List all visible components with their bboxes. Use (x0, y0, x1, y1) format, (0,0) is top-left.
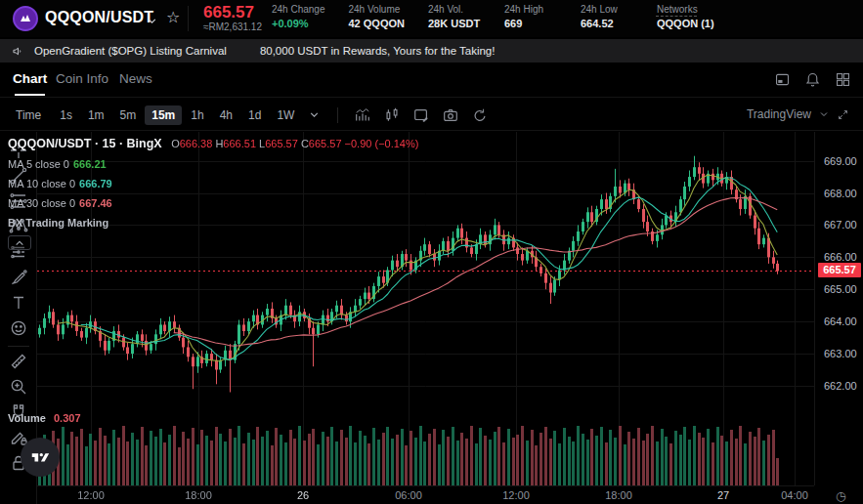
ma-row: MA 10 close 0666.79 (8, 178, 418, 189)
tab-bar: Chart Coin Info News (0, 63, 863, 98)
timezone-clock-icon[interactable]: ◷ (836, 489, 845, 503)
ma-row: MA 30 close 0667.46 (8, 197, 418, 209)
stat-24h-volume: 24h Volume 42 QQQON (349, 4, 405, 29)
price-axis-label: 666.00 (824, 251, 857, 263)
pair-selector[interactable]: QQQON/USDT (45, 9, 153, 26)
volume-value: 0.307 (54, 412, 81, 424)
fullscreen-icon[interactable] (837, 108, 849, 121)
stat-networks[interactable]: Networks QQQON (1) (657, 4, 714, 29)
interval-4h[interactable]: 4h (213, 105, 239, 125)
chart-edit-icon[interactable] (412, 106, 430, 124)
divider (337, 107, 338, 123)
price-axis: 669.00668.00667.00666.00665.00664.00663.… (814, 132, 863, 485)
interval-1d[interactable]: 1d (241, 105, 268, 125)
header-stats: 24h Change +0.09%24h Volume 42 QQQON24h … (272, 4, 714, 29)
bx-marking-label: BX Trading Marking (8, 217, 418, 229)
bell-icon[interactable] (804, 71, 821, 88)
price-axis-label: 662.00 (824, 380, 857, 392)
chevron-down-icon[interactable] (147, 13, 157, 30)
time-axis: 12:0018:002606:0012:0018:002704:00 (37, 485, 814, 504)
stat-label: 24h Volume (349, 4, 405, 15)
price-axis-label: 664.00 (824, 315, 857, 327)
reset-icon[interactable] (471, 106, 489, 124)
time-axis-label: 27 (717, 489, 729, 501)
banner-title: OpenGradient ($OPG) Listing Carnival (34, 45, 227, 57)
tradingview-controls: TradingView (747, 107, 849, 121)
last-price-badge: 665.57 (818, 263, 861, 277)
volume-label: Volume (8, 412, 46, 424)
price-axis-label: 663.00 (824, 348, 857, 359)
price-axis-label: 668.00 (824, 188, 857, 199)
stat-label: Networks (657, 4, 714, 15)
legend-collapse-button[interactable] (8, 235, 31, 250)
interval-1s[interactable]: 1s (53, 105, 79, 125)
indicators-icon[interactable] (354, 106, 371, 124)
stat-value: 28K USDT (428, 18, 481, 29)
tab-bar-icons (774, 71, 851, 88)
divider (8, 346, 29, 347)
time-axis-label: 04:00 (781, 489, 808, 501)
time-axis-label: 26 (297, 489, 309, 501)
interval-15m[interactable]: 15m (145, 105, 182, 125)
stat-24h-high: 24h High 669 (504, 4, 557, 29)
volume-legend: Volume 0.307 (8, 412, 81, 424)
time-axis-label: 18:00 (185, 489, 212, 501)
favorite-star-icon[interactable]: ☆ (166, 8, 180, 26)
banner-subtitle: 80,000 USDT in Rewards, Yours for the Ta… (260, 45, 496, 57)
stat-label: 24h Change (272, 4, 325, 15)
tab-coin-info[interactable]: Coin Info (56, 71, 108, 86)
tab-news[interactable]: News (119, 71, 152, 86)
time-label: Time (16, 108, 41, 122)
brush-icon[interactable] (8, 267, 29, 288)
chart-region: QQQON/USDT · 15 · BingX O666.38 H666.51 … (0, 132, 863, 504)
time-axis-label: 06:00 (395, 489, 422, 501)
price-axis-label: 667.00 (824, 219, 857, 231)
chart-legend: QQQON/USDT · 15 · BingX O666.38 H666.51 … (8, 137, 418, 250)
time-axis-label: 12:00 (77, 489, 105, 501)
stat-value: 669 (504, 18, 557, 29)
fiat-price: ≈RM2,631.12 (203, 21, 262, 32)
stat-label: 24h Low (581, 4, 633, 15)
coin-logo-icon (13, 6, 38, 31)
tab-chart[interactable]: Chart (13, 71, 47, 86)
stat-24h-change: 24h Change +0.09% (272, 4, 325, 29)
interval-chevron-down-icon[interactable] (309, 106, 320, 124)
last-price: 665.57 (203, 3, 254, 22)
grid-icon[interactable] (835, 71, 851, 88)
header: QQQON/USDT ☆ 665.57 ≈RM2,631.12 24h Chan… (0, 0, 863, 37)
divider (188, 6, 189, 31)
stat-24h-low: 24h Low 664.52 (581, 4, 633, 29)
time-axis-label: 18:00 (605, 489, 632, 501)
legend-title-row: QQQON/USDT · 15 · BingX O666.38 H666.51 … (8, 137, 418, 150)
time-axis-label: 12:00 (502, 489, 530, 501)
panel-icon[interactable] (774, 71, 791, 88)
emoji-icon[interactable] (8, 317, 29, 339)
ruler-icon[interactable] (8, 351, 29, 372)
price-axis-label: 669.00 (824, 155, 857, 167)
tradingview-selector[interactable]: TradingView (747, 107, 811, 121)
camera-icon[interactable] (442, 106, 459, 124)
stat-value: 664.52 (581, 18, 633, 29)
stat-value: +0.09% (272, 18, 325, 29)
stat-value: QQQON (1) (657, 18, 714, 29)
interval-1m[interactable]: 1m (81, 105, 111, 125)
zoom-in-icon[interactable] (8, 376, 29, 398)
stat-label: 24h High (504, 4, 557, 15)
chart-toolbar: Time 1s1m5m15m1h4h1d1W TradingView (0, 101, 863, 131)
ohlc-values: O666.38 H666.51 L665.57 C665.57 −0.90 (−… (171, 138, 418, 149)
candle-style-icon[interactable] (383, 106, 401, 124)
toolbar-icons (348, 106, 495, 124)
interval-1W[interactable]: 1W (270, 105, 301, 125)
text-tool-icon[interactable] (8, 292, 29, 314)
interval-1h[interactable]: 1h (184, 105, 210, 125)
stat-value: 42 QQQON (349, 18, 405, 29)
announcement-banner[interactable]: OpenGradient ($OPG) Listing Carnival 80,… (0, 39, 863, 63)
stat-24h-vol-: 24h Vol. 28K USDT (428, 4, 481, 29)
legend-symbol: QQQON/USDT · 15 · BingX (8, 137, 162, 150)
interval-5m[interactable]: 5m (113, 105, 144, 125)
chevron-down-icon[interactable] (819, 109, 829, 119)
ma-legend: MA 5 close 0666.21MA 10 close 0666.79MA … (8, 158, 418, 209)
tradingview-watermark-icon (21, 438, 60, 477)
speaker-icon (12, 45, 24, 58)
trading-app: QQQON/USDT ☆ 665.57 ≈RM2,631.12 24h Chan… (0, 0, 863, 504)
